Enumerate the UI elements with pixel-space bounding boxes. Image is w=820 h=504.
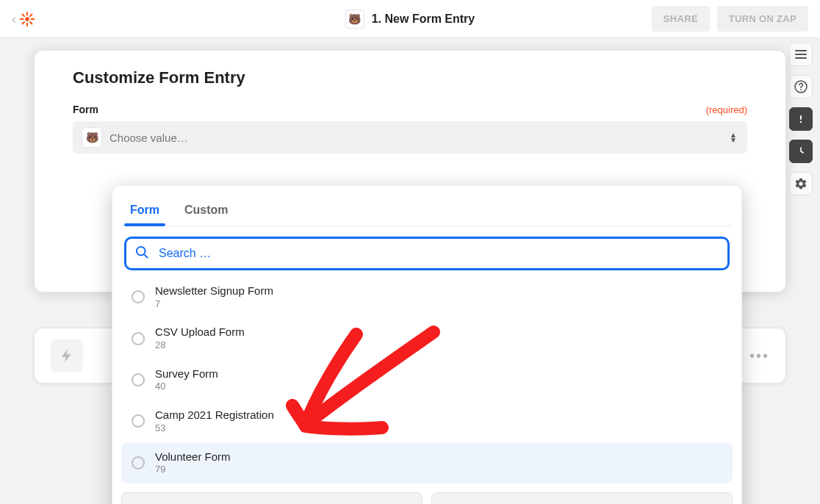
select-placeholder: Choose value…	[109, 132, 188, 144]
svg-line-21	[144, 254, 147, 257]
dropdown-tabs: Form Custom	[121, 195, 733, 226]
more-icon[interactable]: •••	[749, 348, 769, 364]
radio-icon	[132, 414, 145, 428]
zapier-logo-icon[interactable]	[19, 11, 35, 27]
back-chevron-icon[interactable]: ‹	[12, 12, 16, 26]
field-label-form: Form	[73, 104, 98, 115]
required-label: (required)	[706, 104, 747, 115]
radio-icon	[132, 332, 145, 345]
bolt-icon	[51, 339, 83, 372]
form-option[interactable]: Newsletter Signup Form 7	[121, 276, 733, 317]
search-icon	[134, 245, 149, 262]
step-title-text: 1. New Form Entry	[372, 12, 475, 26]
option-id: 53	[155, 422, 274, 435]
load-more-button[interactable]: LOAD MORE	[121, 492, 422, 504]
svg-rect-8	[29, 21, 33, 24]
tab-custom[interactable]: Custom	[181, 198, 231, 226]
option-id: 7	[155, 298, 273, 311]
form-dropdown-popover: Form Custom Newsletter Signup Form 7 CSV…	[112, 185, 742, 504]
svg-rect-4	[31, 18, 35, 20]
radio-icon	[132, 290, 145, 303]
card-heading: Customize Form Entry	[73, 68, 747, 87]
option-label: Volunteer Form	[155, 450, 231, 464]
form-select[interactable]: 🐻 Choose value… ▲▼	[73, 121, 747, 154]
form-option[interactable]: Survey Form 40	[121, 359, 733, 400]
svg-rect-1	[26, 11, 28, 15]
option-label: CSV Upload Form	[155, 325, 245, 339]
svg-rect-5	[29, 13, 33, 17]
svg-rect-2	[26, 22, 28, 26]
form-option[interactable]: Volunteer Form 79	[121, 442, 733, 483]
svg-rect-7	[21, 13, 25, 17]
option-label: Camp 2021 Registration	[155, 408, 274, 422]
step-title: 🐻 1. New Form Entry	[345, 10, 475, 29]
option-id: 79	[155, 464, 231, 476]
clear-button[interactable]: CLEAR	[431, 492, 733, 504]
app-icon: 🐻	[82, 127, 102, 148]
option-label: Newsletter Signup Form	[155, 284, 273, 298]
app-icon: 🐻	[345, 10, 364, 29]
radio-icon	[132, 456, 145, 469]
form-option[interactable]: CSV Upload Form 28	[121, 317, 733, 359]
form-option[interactable]: Camp 2021 Registration 53	[121, 400, 733, 442]
option-id: 28	[155, 339, 245, 352]
top-bar: ‹ 🐻 1. New Form Entry SHARE TURN ON ZAP	[0, 0, 820, 38]
share-button[interactable]: SHARE	[652, 6, 710, 32]
radio-icon	[132, 373, 145, 386]
sort-icon: ▲▼	[730, 133, 737, 143]
svg-rect-6	[21, 21, 25, 24]
search-input[interactable]	[124, 237, 730, 270]
svg-rect-3	[20, 18, 24, 20]
svg-point-0	[25, 17, 29, 21]
turn-on-zap-button[interactable]: TURN ON ZAP	[717, 6, 808, 32]
option-id: 40	[155, 381, 218, 393]
options-list: Newsletter Signup Form 7 CSV Upload Form…	[121, 276, 733, 483]
tab-form[interactable]: Form	[127, 198, 162, 226]
option-label: Survey Form	[155, 367, 218, 381]
